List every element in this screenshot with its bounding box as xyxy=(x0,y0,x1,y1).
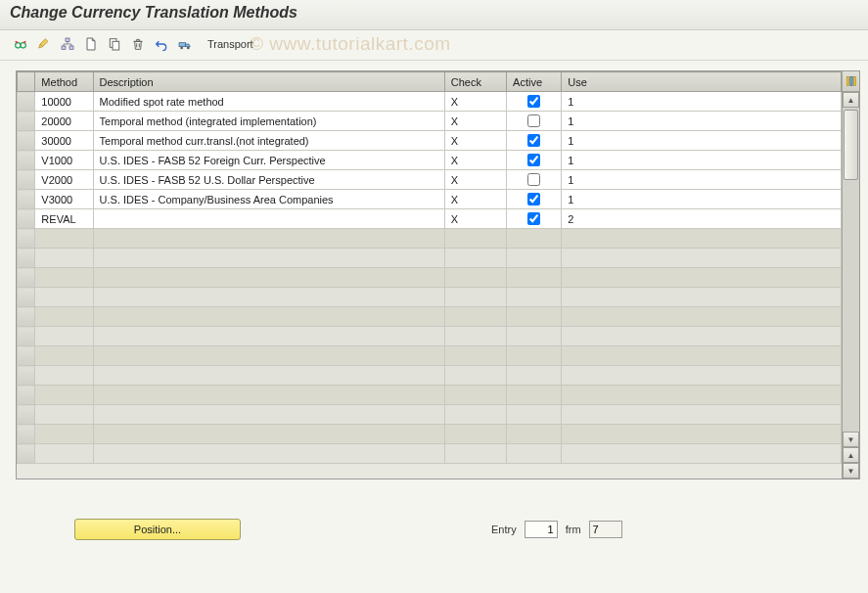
row-selector[interactable] xyxy=(18,268,35,288)
cell-check[interactable]: X xyxy=(444,170,506,190)
cell-use[interactable]: 1 xyxy=(562,190,842,209)
cell-description[interactable] xyxy=(93,209,444,229)
col-check[interactable]: Check xyxy=(444,72,506,92)
cell-empty xyxy=(562,249,842,268)
row-selector[interactable] xyxy=(18,327,35,346)
svg-rect-2 xyxy=(66,38,69,41)
cell-empty xyxy=(562,327,842,346)
transport-button[interactable]: Transport xyxy=(202,36,259,52)
cell-method[interactable]: 20000 xyxy=(35,112,93,131)
row-selector[interactable] xyxy=(18,92,35,112)
table-row[interactable]: 30000 Temporal method curr.transl.(not i… xyxy=(18,131,842,151)
cell-method[interactable]: V2000 xyxy=(35,170,93,190)
cell-use[interactable]: 1 xyxy=(562,170,842,190)
col-description[interactable]: Description xyxy=(93,72,444,92)
cell-check[interactable]: X xyxy=(444,209,506,229)
scroll-up-arrow[interactable]: ▲ xyxy=(843,92,859,108)
cell-check[interactable]: X xyxy=(444,131,506,151)
cell-method[interactable]: V1000 xyxy=(35,151,93,170)
row-selector[interactable] xyxy=(18,405,35,425)
row-selector[interactable] xyxy=(18,444,35,464)
cell-description[interactable]: U.S. IDES - FASB 52 U.S. Dollar Perspect… xyxy=(93,170,444,190)
row-selector[interactable] xyxy=(18,288,35,307)
row-selector-header[interactable] xyxy=(18,72,35,92)
glasses-detail-icon[interactable] xyxy=(10,34,31,54)
cell-description[interactable]: Temporal method (integrated implementati… xyxy=(93,112,444,131)
cell-active[interactable] xyxy=(507,170,562,190)
cell-use[interactable]: 1 xyxy=(562,131,842,151)
scroll-thumb[interactable] xyxy=(844,110,858,180)
active-checkbox[interactable] xyxy=(527,134,540,147)
cell-active[interactable] xyxy=(507,92,562,112)
row-selector[interactable] xyxy=(18,151,35,170)
row-selector[interactable] xyxy=(18,112,35,131)
active-checkbox[interactable] xyxy=(527,114,540,127)
cell-empty xyxy=(562,307,842,327)
undo-icon[interactable] xyxy=(151,34,172,54)
active-checkbox[interactable] xyxy=(527,154,540,166)
cell-empty xyxy=(507,366,562,386)
cell-active[interactable] xyxy=(507,112,562,131)
row-selector[interactable] xyxy=(18,307,35,327)
cell-method[interactable]: REVAL xyxy=(35,209,93,229)
table-row[interactable]: V3000 U.S. IDES - Company/Business Area … xyxy=(18,190,842,209)
active-checkbox[interactable] xyxy=(527,95,540,108)
cell-active[interactable] xyxy=(507,190,562,209)
scroll-down-arrow-2[interactable]: ▼ xyxy=(843,463,859,479)
cell-active[interactable] xyxy=(507,131,562,151)
delete-icon[interactable] xyxy=(127,34,149,54)
active-checkbox[interactable] xyxy=(527,193,540,205)
table-row[interactable]: 20000 Temporal method (integrated implem… xyxy=(18,112,842,131)
cell-description[interactable]: U.S. IDES - Company/Business Area Compan… xyxy=(93,190,444,209)
cell-check[interactable]: X xyxy=(444,92,506,112)
row-selector[interactable] xyxy=(18,131,35,151)
scroll-track[interactable] xyxy=(843,108,859,432)
row-selector[interactable] xyxy=(18,190,35,209)
row-selector[interactable] xyxy=(18,209,35,229)
table-row[interactable]: REVAL X 2 xyxy=(18,209,842,229)
row-selector[interactable] xyxy=(18,386,35,405)
entry-current-input[interactable] xyxy=(525,521,558,538)
cell-use[interactable]: 1 xyxy=(562,92,842,112)
col-method[interactable]: Method xyxy=(35,72,93,92)
active-checkbox[interactable] xyxy=(527,212,540,225)
configure-columns-icon[interactable] xyxy=(843,71,859,92)
vertical-scrollbar[interactable]: ▲ ▼ ▲ ▼ xyxy=(842,71,859,479)
scroll-up-arrow-2[interactable]: ▲ xyxy=(843,447,859,463)
table-row[interactable]: 10000 Modified spot rate method X 1 xyxy=(18,92,842,112)
row-selector[interactable] xyxy=(18,366,35,386)
scroll-down-arrow[interactable]: ▼ xyxy=(843,432,859,447)
cell-description[interactable]: Temporal method curr.transl.(not integra… xyxy=(93,131,444,151)
cell-description[interactable]: U.S. IDES - FASB 52 Foreign Curr. Perspe… xyxy=(93,151,444,170)
cell-check[interactable]: X xyxy=(444,112,506,131)
col-active[interactable]: Active xyxy=(507,72,562,92)
position-button[interactable]: Position... xyxy=(74,519,241,540)
row-selector[interactable] xyxy=(18,346,35,366)
row-selector[interactable] xyxy=(18,249,35,268)
cell-method[interactable]: 30000 xyxy=(35,131,93,151)
copy-icon[interactable] xyxy=(104,34,125,54)
cell-method[interactable]: V3000 xyxy=(35,190,93,209)
row-selector[interactable] xyxy=(18,170,35,190)
cell-use[interactable]: 2 xyxy=(562,209,842,229)
cell-method[interactable]: 10000 xyxy=(35,92,93,112)
table-row[interactable]: V2000 U.S. IDES - FASB 52 U.S. Dollar Pe… xyxy=(18,170,842,190)
cell-check[interactable]: X xyxy=(444,190,506,209)
cell-empty xyxy=(507,229,562,249)
cell-use[interactable]: 1 xyxy=(562,112,842,131)
cell-active[interactable] xyxy=(507,151,562,170)
hierarchy-icon[interactable] xyxy=(57,34,78,54)
cell-check[interactable]: X xyxy=(444,151,506,170)
row-selector[interactable] xyxy=(18,425,35,444)
active-checkbox[interactable] xyxy=(527,173,540,186)
transport-truck-icon[interactable] xyxy=(174,34,196,54)
pencil-edit-icon[interactable] xyxy=(33,34,55,54)
cell-active[interactable] xyxy=(507,209,562,229)
new-document-icon[interactable] xyxy=(80,34,102,54)
col-use[interactable]: Use xyxy=(562,72,842,92)
table-row[interactable]: V1000 U.S. IDES - FASB 52 Foreign Curr. … xyxy=(18,151,842,170)
row-selector[interactable] xyxy=(18,229,35,249)
cell-description[interactable]: Modified spot rate method xyxy=(93,92,444,112)
cell-use[interactable]: 1 xyxy=(562,151,842,170)
entry-total-field xyxy=(589,521,622,538)
